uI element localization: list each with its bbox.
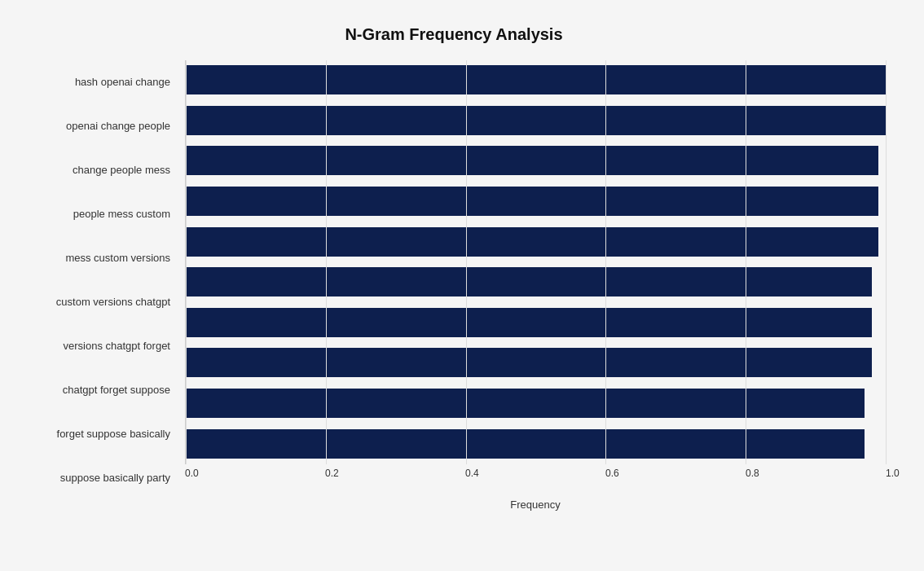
y-label: chatgpt forget suppose	[22, 372, 177, 408]
bar-row	[186, 186, 886, 217]
bar	[186, 187, 878, 216]
y-label: suppose basically party	[22, 460, 177, 496]
bar-row	[186, 307, 886, 338]
y-label: hash openai change	[22, 64, 177, 100]
bar-row	[186, 266, 886, 297]
bar-row	[186, 64, 886, 95]
x-axis-label: Frequency	[185, 499, 886, 511]
bar	[186, 146, 878, 175]
y-label: people mess custom	[22, 196, 177, 232]
chart-container: N-Gram Frequency Analysis hash openai ch…	[14, 9, 910, 563]
y-axis: hash openai changeopenai change peoplech…	[22, 60, 185, 500]
bar-row	[186, 428, 886, 459]
x-axis: 0.00.20.40.60.81.0 Frequency	[185, 468, 886, 500]
y-label: openai change people	[22, 108, 177, 144]
bar	[186, 106, 886, 135]
bar	[186, 227, 878, 257]
y-label: forget suppose basically	[22, 416, 177, 452]
grid-line	[886, 60, 887, 464]
bar-row	[186, 226, 886, 257]
bar	[186, 308, 872, 337]
bar-row	[186, 347, 886, 378]
bar	[186, 389, 865, 418]
bar-row	[186, 388, 886, 419]
bar	[186, 429, 865, 459]
bar	[186, 348, 872, 377]
bar-row	[186, 145, 886, 176]
chart-body: hash openai changeopenai change peoplech…	[22, 60, 886, 500]
bar	[186, 65, 886, 94]
bars-area	[185, 60, 886, 464]
y-label: mess custom versions	[22, 240, 177, 276]
chart-title: N-Gram Frequency Analysis	[22, 25, 886, 44]
plot-area: 0.00.20.40.60.81.0 Frequency	[185, 60, 886, 500]
y-label: change people mess	[22, 152, 177, 188]
bar-row	[186, 105, 886, 136]
y-label: custom versions chatgpt	[22, 284, 177, 320]
bar	[186, 267, 872, 296]
y-label: versions chatgpt forget	[22, 328, 177, 364]
